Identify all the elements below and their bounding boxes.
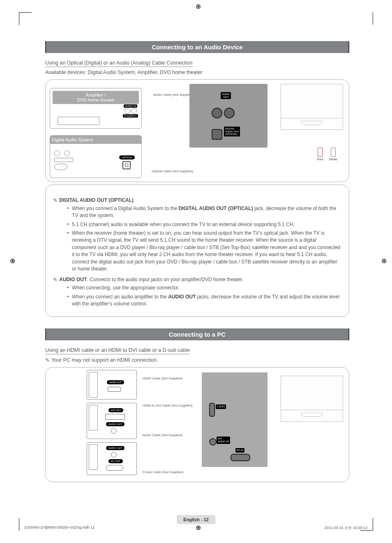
- note-icon: ✎: [45, 357, 50, 363]
- note-item: 5.1 CH (channel) audio is available when…: [67, 221, 341, 228]
- note-item: When you connect a Digital Audio System …: [67, 205, 341, 220]
- pc-tower-icon: [89, 372, 98, 397]
- page-number-pill: English - 12: [177, 515, 215, 524]
- notes-audio: ✎DIGITAL AUDIO OUT (OPTICAL) When you co…: [53, 196, 341, 307]
- hdmi-out-label: HDMI OUT: [107, 380, 124, 384]
- amplifier-title: Amplifier / DVD home theater: [53, 91, 139, 104]
- dvi-audio-in-port: [209, 438, 217, 446]
- optical-port-icon: [122, 161, 131, 169]
- pc-out-label: PC OUT: [108, 459, 123, 463]
- rca-plugs: Red White: [317, 148, 337, 161]
- hdmi-dvi-cable-label: HDMI to DVI Cable (Not Supplied): [143, 404, 192, 407]
- notes-audio-container: ✎DIGITAL AUDIO OUT (OPTICAL) When you co…: [45, 185, 349, 317]
- subhead-pc: Using an HDMI cable or an HDMI to DVI ca…: [45, 347, 190, 354]
- dvi-audio-in-label: DVI AUDIO IN: [217, 437, 230, 444]
- vga-port-icon: [106, 465, 123, 471]
- manual-page: ⊕ ⊕ ⊕ Connecting to an Audio Device Usin…: [0, 0, 392, 543]
- hdmi-port-icon: [108, 387, 121, 392]
- hdmi-dvi-label: 1 (DVI): [216, 404, 226, 409]
- das-title: Digital Audio System: [50, 136, 141, 144]
- amplifier-audio-in: AUDIO IN R-AUDIO-L: [123, 104, 138, 118]
- diagram-audio: Amplifier / DVD home theater AUDIO IN R-…: [45, 79, 349, 182]
- r-audio-l-label: R-AUDIO-L: [123, 114, 138, 118]
- note-item: When connecting, use the appropriate con…: [67, 284, 341, 291]
- dvi-port-icon: [105, 414, 125, 420]
- registration-mark-top: ⊕: [196, 2, 201, 10]
- tv-icon: [281, 84, 343, 130]
- audio-in-label: AUDIO IN: [124, 104, 137, 108]
- bold-text: AUDIO OUT: [168, 294, 196, 300]
- tv-audio-out-port: [224, 108, 235, 118]
- crop-mark: [19, 12, 32, 25]
- print-file-name: [UD6400-ZA]BN68-03525A-01Eng.indb 12: [25, 525, 95, 531]
- crop-mark: [360, 12, 373, 25]
- pc-in-port: [231, 454, 250, 461]
- tv-audio-out-port: [212, 108, 222, 118]
- subhead-audio: Using an Optical (Digital) or an Audio (…: [45, 60, 193, 67]
- amplifier-box: Amplifier / DVD home theater AUDIO IN R-…: [50, 88, 142, 129]
- diagram-pc: HDMI OUT DVI OUT AUDIO OUT AUDIO OUT PC …: [45, 367, 349, 482]
- note-heading-digital-out: DIGITAL AUDIO OUT (OPTICAL): [59, 197, 134, 203]
- dsub-cable-label: D-Sub Cable (Not Supplied): [143, 470, 183, 474]
- pc-dsub-box: AUDIO OUT PC OUT: [87, 442, 137, 475]
- audio-out-label: AUDIO OUT: [106, 422, 125, 426]
- tv-optical-port: [212, 129, 222, 140]
- pc-tower-icon: [89, 444, 98, 470]
- tv-audio-out-label: AUDIO OUT: [221, 92, 231, 99]
- section-title-pc: Connecting to a PC: [45, 328, 349, 340]
- hdmi-in-dvi-port: [209, 403, 215, 417]
- pc-in-label: PC IN: [235, 448, 244, 453]
- plug-white-label: White: [329, 157, 337, 161]
- audio-port-icon: [111, 452, 117, 458]
- dvi-out-label: DVI OUT: [108, 408, 123, 412]
- pc-note: ✎Your PC may not support an HDMI connect…: [45, 357, 349, 363]
- optical-label: OPTICAL: [119, 155, 135, 159]
- print-timestamp: 2011-03-31 오전 10:49:13: [325, 525, 367, 531]
- note-icon: ✎: [53, 276, 58, 284]
- plug-red-label: Red: [317, 157, 323, 161]
- tv-digital-out-label: DIGITAL AUDIO OUT (OPTICAL): [224, 127, 240, 136]
- registration-mark-left: ⊕: [10, 257, 15, 265]
- audio-out-label-2: AUDIO OUT: [106, 446, 125, 450]
- tv-rear-panel-pc: 1 (DVI) DVI AUDIO IN PC IN: [202, 372, 267, 467]
- pc-dvi-box: DVI OUT AUDIO OUT: [87, 403, 137, 439]
- available-devices: Available devices: Digital Audio System,…: [45, 69, 349, 75]
- tv-rear-panel: AUDIO OUT DIGITAL AUDIO OUT (OPTICAL): [189, 84, 267, 148]
- pc-tower-icon: [89, 405, 98, 430]
- bold-text: DIGITAL AUDIO OUT (OPTICAL): [178, 206, 253, 211]
- dvd-player-icon: [58, 117, 99, 125]
- page-content: Connecting to an Audio Device Using an O…: [45, 41, 349, 482]
- section-title-audio: Connecting to an Audio Device: [45, 41, 349, 53]
- audio-cable-label: Audio Cable (Not Supplied): [153, 93, 193, 97]
- digital-audio-system-box: Digital Audio System OPTICAL: [50, 135, 142, 178]
- note-item: When you connect an audio amplifier to t…: [67, 293, 341, 308]
- note-heading-audio-out-text: : Connects to the audio input jacks on y…: [87, 277, 243, 282]
- note-heading-audio-out: AUDIO OUT: [59, 277, 87, 282]
- tv-icon-pc: [281, 376, 343, 422]
- audio-port-icon: [111, 428, 117, 434]
- hdmi-cable-label: HDMI Cable (Not Supplied): [143, 377, 182, 380]
- note-item: When the receiver (home theater) is set …: [67, 230, 341, 273]
- pc-hdmi-box: HDMI OUT: [87, 370, 137, 400]
- optical-cable-label: Optical Cable (Not Supplied): [152, 169, 193, 173]
- audio-cable-label-pc: Audio Cable (Not Supplied): [143, 433, 182, 437]
- note-icon: ✎: [53, 197, 58, 205]
- print-job-line: [UD6400-ZA]BN68-03525A-01Eng.indb 12 201…: [25, 525, 367, 531]
- registration-mark-right: ⊕: [381, 257, 387, 265]
